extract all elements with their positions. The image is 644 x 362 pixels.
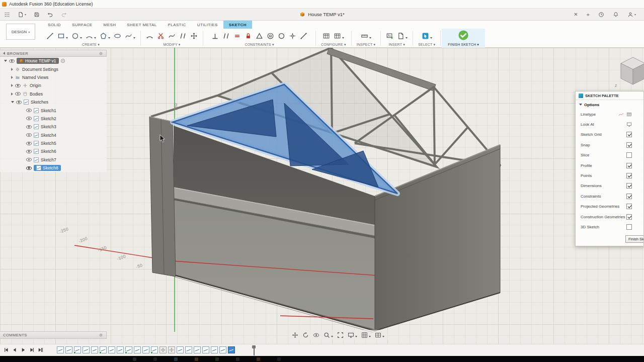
timeline-feature-6[interactable] bbox=[100, 346, 107, 353]
ellipse-tool-icon[interactable] bbox=[114, 32, 121, 40]
palette-row-profile[interactable]: Profile bbox=[576, 160, 643, 170]
select-tool-icon[interactable] bbox=[422, 32, 432, 40]
timeline-feature-20[interactable] bbox=[219, 346, 226, 353]
document-tab[interactable]: House TEMP v1* bbox=[299, 12, 345, 18]
visibility-eye-icon[interactable] bbox=[9, 59, 15, 63]
expander-closed-icon[interactable] bbox=[11, 68, 13, 71]
visibility-eye-icon[interactable] bbox=[26, 109, 32, 112]
timeline-feature-17[interactable] bbox=[194, 346, 201, 353]
visibility-eye-icon[interactable] bbox=[15, 84, 21, 87]
browser-item-sketch6[interactable]: Sketch6 bbox=[0, 147, 107, 155]
tab-sheet-metal[interactable]: SHEET METAL bbox=[121, 21, 162, 29]
display-settings-icon[interactable] bbox=[348, 332, 357, 338]
select-group-label[interactable]: SELECT ▾ bbox=[418, 42, 435, 47]
taskbar-icon[interactable] bbox=[277, 357, 281, 361]
taskbar-icon[interactable] bbox=[133, 357, 136, 361]
activate-radio-icon[interactable] bbox=[61, 59, 65, 63]
grid-settings-icon[interactable] bbox=[361, 332, 371, 338]
polygon-tool-icon[interactable] bbox=[100, 32, 110, 40]
trim-tool-icon[interactable] bbox=[157, 32, 165, 40]
expander-closed-icon[interactable] bbox=[11, 93, 13, 96]
linetype-curve-icon[interactable] bbox=[618, 112, 624, 117]
insert-canvas-icon[interactable] bbox=[386, 32, 393, 40]
slice-checkbox[interactable] bbox=[626, 152, 632, 158]
timeline-feature-16[interactable] bbox=[185, 346, 192, 353]
play-button[interactable] bbox=[20, 347, 26, 353]
offset-tool-icon[interactable] bbox=[168, 32, 176, 40]
palette-row-snap[interactable]: Snap bbox=[576, 140, 643, 150]
palette-row-dimensions[interactable]: Dimensions bbox=[576, 181, 643, 191]
tab-solid[interactable]: SOLID bbox=[42, 21, 66, 29]
browser-item-sketch2[interactable]: Sketch2 bbox=[0, 115, 107, 123]
finish-sketch-icon[interactable] bbox=[458, 30, 469, 41]
mirror-tool-icon[interactable] bbox=[179, 32, 187, 40]
expander-open-icon[interactable] bbox=[11, 101, 14, 103]
visibility-eye-icon[interactable] bbox=[26, 166, 32, 170]
dimensions-checkbox[interactable] bbox=[626, 183, 632, 189]
browser-header[interactable]: BROWSER bbox=[0, 50, 107, 57]
visibility-eye-icon[interactable] bbox=[26, 117, 32, 120]
spline-tool-icon[interactable] bbox=[125, 32, 135, 40]
timeline-feature-13[interactable] bbox=[159, 346, 167, 353]
taskbar-icon[interactable] bbox=[257, 357, 260, 361]
collapse-arrow-icon[interactable] bbox=[3, 52, 5, 55]
timeline-feature-3[interactable] bbox=[74, 346, 81, 353]
timeline-feature-11[interactable] bbox=[142, 346, 149, 353]
browser-item-sketch5[interactable]: Sketch5 bbox=[0, 139, 107, 147]
browser-item-sketches[interactable]: Sketches bbox=[0, 98, 107, 106]
view-cube[interactable]: Z bbox=[613, 52, 644, 88]
pan-icon[interactable] bbox=[292, 332, 298, 338]
panel-gear-icon[interactable] bbox=[99, 51, 103, 56]
construction-geometries-checkbox[interactable] bbox=[626, 214, 632, 220]
taskbar-icon[interactable] bbox=[174, 357, 178, 361]
taskbar-icon[interactable] bbox=[195, 357, 198, 361]
move-tool-icon[interactable] bbox=[190, 32, 198, 40]
section-collapse-icon[interactable] bbox=[579, 104, 582, 106]
tab-mesh[interactable]: MESH bbox=[98, 21, 122, 29]
visibility-eye-icon[interactable] bbox=[26, 125, 32, 129]
insert-file-icon[interactable] bbox=[397, 32, 408, 40]
rectangle-tool-icon[interactable] bbox=[57, 32, 68, 40]
browser-item-root[interactable]: House TEMP v1 bbox=[0, 57, 107, 65]
palette-row-look-at[interactable]: Look At bbox=[576, 119, 643, 129]
browser-item-bodies[interactable]: Bodies bbox=[0, 90, 107, 98]
projected-geometries-checkbox[interactable] bbox=[626, 204, 632, 209]
expander-open-icon[interactable] bbox=[4, 60, 7, 62]
orbit-icon[interactable] bbox=[302, 332, 309, 338]
finish-sketch-button[interactable]: Finish Sketch bbox=[625, 235, 644, 243]
timeline-feature-1[interactable] bbox=[57, 346, 64, 353]
timeline-feature-18[interactable] bbox=[202, 346, 209, 353]
timeline-feature-5[interactable] bbox=[91, 346, 98, 353]
circle-tool-icon[interactable] bbox=[71, 32, 82, 40]
timeline-feature-12[interactable] bbox=[151, 346, 158, 353]
taskbar-icon[interactable] bbox=[153, 357, 157, 361]
step-forward-button[interactable] bbox=[29, 347, 35, 353]
collinear-constraint-icon[interactable] bbox=[300, 32, 307, 40]
sketch-palette-header[interactable]: SKETCH PALETTE bbox=[576, 92, 643, 100]
visibility-eye-icon[interactable] bbox=[26, 142, 32, 145]
palette-row-constraints[interactable]: Constraints bbox=[576, 191, 643, 201]
skip-start-button[interactable] bbox=[3, 347, 9, 353]
insert-group-label[interactable]: INSERT ▾ bbox=[388, 42, 405, 47]
root-component-pill[interactable]: House TEMP v1 bbox=[17, 58, 59, 64]
options-section-header[interactable]: Options bbox=[576, 100, 643, 109]
linetype-grid-icon[interactable] bbox=[626, 112, 632, 117]
measure-tool-icon[interactable] bbox=[361, 32, 371, 40]
visibility-eye-icon[interactable] bbox=[26, 133, 32, 137]
viewports-icon[interactable] bbox=[375, 332, 384, 338]
palette-row-points[interactable]: Points bbox=[576, 170, 643, 180]
timeline-feature-2[interactable] bbox=[65, 346, 72, 353]
concentric-constraint-icon[interactable] bbox=[267, 32, 274, 40]
timeline-marker[interactable] bbox=[252, 345, 256, 355]
line-tool-icon[interactable] bbox=[46, 32, 54, 40]
fix-lock-constraint-icon[interactable] bbox=[245, 32, 252, 40]
browser-item-document-settings[interactable]: Document Settings bbox=[0, 65, 107, 73]
browser-item-sketch7[interactable]: Sketch7 bbox=[0, 156, 107, 164]
sketch-grid-checkbox[interactable] bbox=[626, 132, 632, 137]
timeline-feature-10[interactable] bbox=[134, 346, 141, 353]
3d-sketch-checkbox[interactable] bbox=[626, 224, 632, 230]
panel-gear-icon[interactable] bbox=[99, 333, 103, 337]
snap-checkbox[interactable] bbox=[626, 142, 632, 148]
configuration-columns-icon[interactable] bbox=[334, 32, 344, 40]
palette-row-3d-sketch[interactable]: 3D Sketch bbox=[576, 222, 643, 232]
